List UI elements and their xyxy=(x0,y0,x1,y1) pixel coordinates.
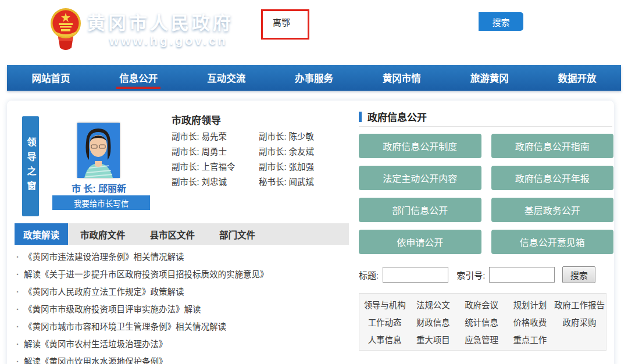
write-to-mayor-button[interactable]: 我要给市长写信 xyxy=(52,195,150,210)
document-tabs: 政策解读 市政府文件 县市区文件 部门文件 xyxy=(15,223,349,245)
info-disclosure-header: 政府信息公开 xyxy=(359,109,427,124)
link-planning[interactable]: 规划计划 xyxy=(513,298,547,311)
nav-item-city-overview[interactable]: 黄冈市情 xyxy=(358,65,445,91)
policy-list-item[interactable]: 《黄冈市城市市容和环境卫生管理条例》相关情况解读 xyxy=(16,318,354,336)
header-search-input[interactable] xyxy=(265,12,479,31)
info-links-grid: 领导与机构 法规公文 政府会议 规划计划 政府工作报告 工作动态 财政信息 统计… xyxy=(359,293,606,351)
btn-annual-report[interactable]: 政府信息公开年报 xyxy=(491,166,614,190)
nav-item-services[interactable]: 办事服务 xyxy=(270,65,358,91)
nav-item-interaction[interactable]: 互动交流 xyxy=(183,65,270,91)
link-gov-meetings[interactable]: 政府会议 xyxy=(465,298,498,311)
nav-item-open-data[interactable]: 数据开放 xyxy=(533,65,621,91)
header-search-button[interactable]: 搜索 xyxy=(479,12,523,31)
national-emblem-logo xyxy=(50,6,81,53)
link-leaders-institutions[interactable]: 领导与机构 xyxy=(363,298,406,311)
policy-list-item[interactable]: 解读《黄冈市饮用水水源地保护条例》 xyxy=(16,353,354,364)
link-personnel[interactable]: 人事信息 xyxy=(368,333,402,345)
link-fiscal-info[interactable]: 财政信息 xyxy=(416,316,450,328)
page: 黄冈市人民政府 www.hg.gov.cn 搜索 网站首页 信息公开 互动交流 … xyxy=(0,0,628,364)
leader-name-link[interactable]: 易先荣 xyxy=(202,132,227,141)
leader-name-link[interactable]: 张加强 xyxy=(289,162,315,172)
link-gov-procurement[interactable]: 政府采购 xyxy=(563,316,597,328)
leader-name-link[interactable]: 周勇士 xyxy=(202,147,227,156)
leader-entry: 副市长: 余友斌 xyxy=(259,144,352,159)
leader-name-link[interactable]: 刘忠诚 xyxy=(202,177,227,187)
tab-municipal-documents[interactable]: 市政府文件 xyxy=(68,223,138,245)
gov-leaders-title: 市政府领导 xyxy=(172,112,221,127)
main-nav: 网站首页 信息公开 互动交流 办事服务 黄冈市情 旅游黄冈 数据开放 xyxy=(7,65,621,91)
leader-name-link[interactable]: 闻武斌 xyxy=(289,177,315,187)
leader-entry: 副市长: 易先荣 xyxy=(172,129,259,144)
header-search-bar: 搜索 xyxy=(265,12,523,31)
policy-list-item[interactable]: 解读《关于进一步提升市区政府投资项目招投标质效的实施意见》 xyxy=(16,266,354,283)
link-key-work[interactable]: 重点工作 xyxy=(513,333,547,345)
site-url: www.hg.gov.cn xyxy=(109,34,228,48)
policy-list-item[interactable]: 解读《黄冈市农村生活垃圾治理办法》 xyxy=(16,336,354,353)
policy-list-item[interactable]: 《黄冈市市级政府投资项目评审实施办法》解读 xyxy=(16,301,354,318)
main-panel: 领导之窗 市 长: 邱丽新 我要给市长写信 市政府领导 副市长: 易先荣 副市长… xyxy=(7,101,614,364)
leader-entry: 秘书长: 闻武斌 xyxy=(259,174,352,190)
nav-item-tourism[interactable]: 旅游黄冈 xyxy=(445,65,533,91)
leader-entry: 副市长: 周勇士 xyxy=(172,144,259,159)
leader-entry: 副市长: 陈少敏 xyxy=(259,129,352,144)
header-accent-bar xyxy=(359,112,362,122)
index-search-input[interactable] xyxy=(489,267,555,283)
mayor-photo[interactable] xyxy=(77,123,120,178)
tab-department-documents[interactable]: 部门文件 xyxy=(207,223,267,245)
policy-list-item[interactable]: 《黄冈市违法建设治理条例》相关情况解读 xyxy=(16,248,354,266)
btn-department-disclosure[interactable]: 部门信息公开 xyxy=(359,198,481,222)
link-major-projects[interactable]: 重大项目 xyxy=(416,333,450,345)
info-disclosure-title: 政府信息公开 xyxy=(367,109,427,124)
link-work-report[interactable]: 政府工作报告 xyxy=(554,298,605,311)
title-search-input[interactable] xyxy=(383,267,448,283)
leader-entry: 副市长: 刘忠诚 xyxy=(172,174,259,190)
tab-policy-interpretation[interactable]: 政策解读 xyxy=(15,223,68,245)
policy-list-item[interactable]: 《黄冈市人民政府立法工作规定》政策解读 xyxy=(16,283,354,301)
link-pricing-fees[interactable]: 价格收费 xyxy=(513,316,547,328)
nav-item-info-disclosure[interactable]: 信息公开 xyxy=(95,65,183,91)
mayor-title-label: 市 长: xyxy=(72,184,96,194)
btn-suggestion-box[interactable]: 信息公开意见箱 xyxy=(491,230,614,254)
btn-grassroots-disclosure[interactable]: 基层政务公开 xyxy=(491,198,614,222)
link-emergency-mgmt[interactable]: 应急管理 xyxy=(465,333,498,345)
mayor-name-line: 市 长: 邱丽新 xyxy=(49,181,148,195)
site-title: 黄冈市人民政府 xyxy=(87,8,234,34)
document-search-button[interactable]: 搜索 xyxy=(562,266,595,283)
leader-name-link[interactable]: 陈少敏 xyxy=(289,132,315,141)
nav-item-home[interactable]: 网站首页 xyxy=(7,65,95,91)
header-separator xyxy=(359,126,612,127)
btn-disclosure-system[interactable]: 政府信息公开制度 xyxy=(359,134,481,158)
btn-disclosure-guide[interactable]: 政府信息公开指南 xyxy=(491,134,614,158)
mayor-name-link[interactable]: 邱丽新 xyxy=(98,184,126,194)
leader-name-link[interactable]: 余友斌 xyxy=(289,147,315,156)
link-statistics[interactable]: 统计信息 xyxy=(465,316,498,328)
info-disclosure-button-grid: 政府信息公开制度 政府信息公开指南 法定主动公开内容 政府信息公开年报 部门信息… xyxy=(359,134,613,254)
leader-name-link[interactable]: 上官福令 xyxy=(202,162,236,172)
document-search-form: 标题: 索引号: 搜索 xyxy=(359,265,613,284)
link-work-news[interactable]: 工作动态 xyxy=(368,316,402,328)
policy-interpretation-list: 《黄冈市违法建设治理条例》相关情况解读 解读《关于进一步提升市区政府投资项目招投… xyxy=(16,248,354,364)
index-field-label: 索引号: xyxy=(456,269,485,281)
title-field-label: 标题: xyxy=(359,269,379,281)
leader-entry: 副市长: 上官福令 xyxy=(172,159,259,174)
tab-county-documents[interactable]: 县市区文件 xyxy=(138,223,208,245)
leadership-window-tab[interactable]: 领导之窗 xyxy=(22,116,39,216)
btn-disclosure-by-request[interactable]: 依申请公开 xyxy=(359,230,481,254)
btn-statutory-content[interactable]: 法定主动公开内容 xyxy=(359,166,481,190)
link-regulations[interactable]: 法规公文 xyxy=(416,298,450,311)
leader-entry: 副市长: 张加强 xyxy=(259,159,352,174)
gov-leaders-list: 副市长: 易先荣 副市长: 陈少敏 副市长: 周勇士 副市长: 余友斌 副市长:… xyxy=(172,129,352,190)
